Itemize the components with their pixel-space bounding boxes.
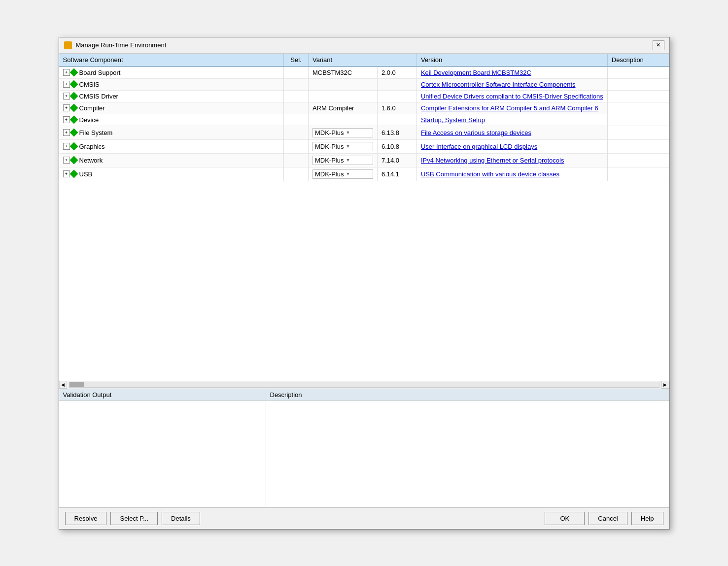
description-link[interactable]: Startup, System Setup bbox=[421, 116, 485, 124]
expand-button[interactable]: + bbox=[63, 93, 70, 100]
description-header: Description bbox=[266, 389, 669, 401]
variant-cell bbox=[308, 114, 377, 126]
table-row: + Compiler ARM Compiler1.6.0Compiler Ext… bbox=[59, 102, 669, 114]
component-table: Software Component Sel. Variant Version … bbox=[59, 54, 669, 181]
component-label: CMSIS bbox=[79, 81, 100, 88]
table-row: + Network MDK-Plus▼7.14.0IPv4 Networking… bbox=[59, 153, 669, 167]
sel-cell bbox=[283, 90, 308, 102]
expand-button[interactable]: + bbox=[63, 129, 70, 136]
status-diamond bbox=[69, 104, 78, 112]
component-label: Graphics bbox=[79, 143, 105, 150]
resolve-button[interactable]: Resolve bbox=[65, 512, 107, 525]
variant-cell: ARM Compiler bbox=[308, 102, 377, 114]
cancel-button[interactable]: Cancel bbox=[589, 512, 627, 525]
component-label: CMSIS Driver bbox=[79, 93, 118, 100]
table-row: + Graphics MDK-Plus▼6.10.8User Interface… bbox=[59, 139, 669, 153]
version-cell bbox=[377, 90, 416, 102]
col-sel: Sel. bbox=[283, 54, 308, 67]
version-cell: 2.0.0 bbox=[377, 67, 416, 79]
variant-cell[interactable]: MDK-Plus▼ bbox=[308, 126, 377, 139]
sel-cell bbox=[283, 139, 308, 153]
status-diamond bbox=[69, 68, 78, 77]
variant-text: MDK-Plus bbox=[315, 143, 344, 150]
table-row: + File System MDK-Plus▼6.13.8File Access… bbox=[59, 126, 669, 139]
description-link[interactable]: User Interface on graphical LCD displays bbox=[421, 143, 537, 150]
details-button[interactable]: Details bbox=[162, 512, 200, 525]
description-cell[interactable]: IPv4 Networking using Ethernet or Serial… bbox=[416, 153, 607, 167]
variant-cell[interactable]: MDK-Plus▼ bbox=[308, 153, 377, 167]
component-label: Device bbox=[79, 116, 99, 124]
expand-button[interactable]: + bbox=[63, 104, 70, 111]
sel-cell bbox=[283, 167, 308, 181]
scrollbar-track[interactable] bbox=[69, 382, 659, 388]
variant-select[interactable]: MDK-Plus▼ bbox=[312, 169, 373, 179]
validation-content bbox=[59, 401, 266, 507]
table-row: + CMSIS Cortex Microcontroller Software … bbox=[59, 78, 669, 90]
variant-select[interactable]: MDK-Plus▼ bbox=[312, 128, 373, 137]
description-link[interactable]: Unified Device Drivers compliant to CMSI… bbox=[421, 93, 603, 100]
title-bar: Manage Run-Time Environment ✕ bbox=[59, 37, 669, 54]
scrollbar-thumb bbox=[69, 382, 84, 387]
description-link[interactable]: USB Communication with various device cl… bbox=[421, 170, 559, 178]
component-name-cell: + Graphics bbox=[59, 139, 284, 153]
description-link[interactable]: IPv4 Networking using Ethernet or Serial… bbox=[421, 157, 564, 164]
component-name-cell: + Device bbox=[59, 114, 284, 126]
col-description: Description bbox=[607, 54, 669, 67]
description-cell[interactable]: File Access on various storage devices bbox=[416, 126, 607, 139]
description-cell[interactable]: USB Communication with various device cl… bbox=[416, 167, 607, 181]
variant-text: MDK-Plus bbox=[315, 157, 344, 164]
dropdown-arrow: ▼ bbox=[346, 158, 350, 163]
scroll-right-btn[interactable]: ▶ bbox=[661, 381, 669, 389]
component-name-cell: + USB bbox=[59, 167, 284, 181]
version-cell: 6.10.8 bbox=[377, 139, 416, 153]
variant-select[interactable]: MDK-Plus▼ bbox=[312, 156, 373, 165]
description-cell[interactable]: Keil Development Board MCBSTM32C bbox=[416, 67, 607, 79]
description-cell[interactable]: Unified Device Drivers compliant to CMSI… bbox=[416, 90, 607, 102]
scroll-left-btn[interactable]: ◀ bbox=[59, 381, 67, 389]
variant-text: MDK-Plus bbox=[315, 129, 344, 136]
description-cell[interactable]: Startup, System Setup bbox=[416, 114, 607, 126]
sel-cell bbox=[283, 102, 308, 114]
component-label: File System bbox=[79, 129, 113, 136]
table-header-row: Software Component Sel. Variant Version … bbox=[59, 54, 669, 67]
description-link[interactable]: Keil Development Board MCBSTM32C bbox=[421, 69, 531, 76]
description-cell[interactable]: User Interface on graphical LCD displays bbox=[416, 139, 607, 153]
status-diamond bbox=[69, 156, 78, 165]
select-p-button[interactable]: Select P... bbox=[110, 512, 158, 525]
sel-cell bbox=[283, 126, 308, 139]
variant-select[interactable]: MDK-Plus▼ bbox=[312, 142, 373, 151]
expand-button[interactable]: + bbox=[63, 170, 70, 177]
expand-button[interactable]: + bbox=[63, 116, 70, 123]
horizontal-scrollbar[interactable]: ◀ ▶ bbox=[59, 381, 669, 389]
description-cell[interactable]: Compiler Extensions for ARM Compiler 5 a… bbox=[416, 102, 607, 114]
component-name-cell: + CMSIS Driver bbox=[59, 90, 284, 102]
close-button[interactable]: ✕ bbox=[653, 40, 664, 50]
table-row: + Device Startup, System Setup bbox=[59, 114, 669, 126]
description-link[interactable]: Compiler Extensions for ARM Compiler 5 a… bbox=[421, 104, 598, 112]
ok-button[interactable]: OK bbox=[545, 512, 585, 525]
expand-button[interactable]: + bbox=[63, 69, 70, 76]
variant-cell[interactable]: MDK-Plus▼ bbox=[308, 139, 377, 153]
description-content bbox=[266, 401, 669, 507]
component-name-cell: + CMSIS bbox=[59, 78, 284, 90]
component-label: USB bbox=[79, 170, 93, 178]
bottom-panels: Validation Output Description bbox=[59, 389, 669, 507]
expand-button[interactable]: + bbox=[63, 143, 70, 150]
variant-cell[interactable]: MDK-Plus▼ bbox=[308, 167, 377, 181]
description-link[interactable]: File Access on various storage devices bbox=[421, 129, 531, 136]
table-row: + CMSIS Driver Unified Device Drivers co… bbox=[59, 90, 669, 102]
status-diamond bbox=[69, 170, 78, 178]
col-version: Version bbox=[416, 54, 607, 67]
description-cell[interactable]: Cortex Microcontroller Software Interfac… bbox=[416, 78, 607, 90]
manage-rte-dialog: Manage Run-Time Environment ✕ Software C… bbox=[59, 37, 670, 530]
expand-button[interactable]: + bbox=[63, 81, 70, 88]
component-name-cell: + Network bbox=[59, 153, 284, 167]
footer: Resolve Select P... Details OK Cancel He… bbox=[59, 507, 669, 529]
component-name-cell: + Compiler bbox=[59, 102, 284, 114]
description-link[interactable]: Cortex Microcontroller Software Interfac… bbox=[421, 81, 576, 88]
help-button[interactable]: Help bbox=[631, 512, 663, 525]
component-label: Network bbox=[79, 157, 103, 164]
col-variant: Variant bbox=[308, 54, 416, 67]
version-cell: 7.14.0 bbox=[377, 153, 416, 167]
expand-button[interactable]: + bbox=[63, 157, 70, 164]
